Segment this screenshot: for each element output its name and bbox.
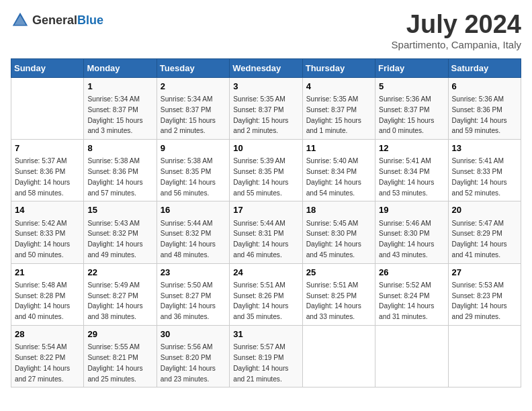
day-number: 25 (306, 267, 371, 279)
day-number: 10 (233, 142, 298, 154)
weekday-header-thursday: Thursday (302, 58, 375, 77)
day-number: 2 (161, 81, 226, 93)
calendar-cell: 10Sunrise: 5:39 AM Sunset: 8:35 PM Dayli… (230, 140, 302, 201)
day-info: Sunrise: 5:44 AM Sunset: 8:31 PM Dayligh… (233, 220, 288, 259)
logo: GeneralBlue (11, 11, 103, 30)
calendar-cell: 18Sunrise: 5:45 AM Sunset: 8:30 PM Dayli… (302, 201, 375, 263)
weekday-header-sunday: Sunday (11, 58, 84, 77)
day-info: Sunrise: 5:46 AM Sunset: 8:30 PM Dayligh… (379, 220, 434, 259)
day-info: Sunrise: 5:38 AM Sunset: 8:36 PM Dayligh… (87, 157, 142, 196)
day-number: 14 (15, 204, 80, 216)
day-number: 9 (161, 142, 226, 154)
day-info: Sunrise: 5:35 AM Sunset: 8:37 PM Dayligh… (233, 95, 288, 134)
day-number: 21 (15, 267, 80, 279)
day-info: Sunrise: 5:56 AM Sunset: 8:20 PM Dayligh… (161, 343, 216, 382)
day-info: Sunrise: 5:38 AM Sunset: 8:35 PM Dayligh… (161, 157, 216, 196)
day-info: Sunrise: 5:57 AM Sunset: 8:19 PM Dayligh… (233, 343, 288, 382)
month-title: July 2024 (392, 11, 521, 39)
weekday-header-monday: Monday (84, 58, 157, 77)
calendar-cell: 8Sunrise: 5:38 AM Sunset: 8:36 PM Daylig… (84, 140, 157, 201)
calendar-cell: 23Sunrise: 5:50 AM Sunset: 8:27 PM Dayli… (157, 263, 229, 325)
day-number: 20 (452, 204, 517, 216)
day-info: Sunrise: 5:37 AM Sunset: 8:36 PM Dayligh… (15, 157, 70, 196)
day-info: Sunrise: 5:36 AM Sunset: 8:37 PM Dayligh… (379, 95, 434, 134)
day-info: Sunrise: 5:43 AM Sunset: 8:32 PM Dayligh… (87, 220, 142, 259)
day-number: 13 (452, 142, 517, 154)
calendar-cell: 15Sunrise: 5:43 AM Sunset: 8:32 PM Dayli… (84, 201, 157, 263)
week-row-1: 1Sunrise: 5:34 AM Sunset: 8:37 PM Daylig… (11, 77, 521, 139)
calendar-cell: 20Sunrise: 5:47 AM Sunset: 8:29 PM Dayli… (448, 201, 521, 263)
calendar-cell: 21Sunrise: 5:48 AM Sunset: 8:28 PM Dayli… (11, 263, 84, 325)
day-info: Sunrise: 5:51 AM Sunset: 8:25 PM Dayligh… (306, 281, 361, 320)
day-number: 4 (306, 81, 371, 93)
day-number: 23 (161, 267, 226, 279)
week-row-4: 21Sunrise: 5:48 AM Sunset: 8:28 PM Dayli… (11, 263, 521, 325)
day-number: 5 (379, 81, 444, 93)
day-info: Sunrise: 5:52 AM Sunset: 8:24 PM Dayligh… (379, 281, 434, 320)
week-row-2: 7Sunrise: 5:37 AM Sunset: 8:36 PM Daylig… (11, 140, 521, 201)
page-header: GeneralBlue July 2024 Spartimento, Campa… (11, 11, 521, 50)
calendar-cell: 9Sunrise: 5:38 AM Sunset: 8:35 PM Daylig… (157, 140, 229, 201)
day-number: 26 (379, 267, 444, 279)
day-number: 24 (233, 267, 298, 279)
day-number: 12 (379, 142, 444, 154)
day-number: 29 (87, 328, 152, 340)
logo-blue: Blue (77, 13, 103, 27)
day-number: 17 (233, 204, 298, 216)
day-number: 22 (87, 267, 152, 279)
weekday-header-friday: Friday (375, 58, 448, 77)
day-info: Sunrise: 5:36 AM Sunset: 8:36 PM Dayligh… (452, 95, 507, 134)
day-number: 18 (306, 204, 371, 216)
day-info: Sunrise: 5:48 AM Sunset: 8:28 PM Dayligh… (15, 281, 70, 320)
day-info: Sunrise: 5:51 AM Sunset: 8:26 PM Dayligh… (233, 281, 288, 320)
day-info: Sunrise: 5:42 AM Sunset: 8:33 PM Dayligh… (15, 220, 70, 259)
calendar-cell: 30Sunrise: 5:56 AM Sunset: 8:20 PM Dayli… (157, 326, 229, 387)
calendar-cell: 17Sunrise: 5:44 AM Sunset: 8:31 PM Dayli… (230, 201, 302, 263)
calendar-cell: 25Sunrise: 5:51 AM Sunset: 8:25 PM Dayli… (302, 263, 375, 325)
calendar-cell: 7Sunrise: 5:37 AM Sunset: 8:36 PM Daylig… (11, 140, 84, 201)
calendar-cell: 4Sunrise: 5:35 AM Sunset: 8:37 PM Daylig… (302, 77, 375, 139)
day-info: Sunrise: 5:39 AM Sunset: 8:35 PM Dayligh… (233, 157, 288, 196)
calendar-cell: 6Sunrise: 5:36 AM Sunset: 8:36 PM Daylig… (448, 77, 521, 139)
calendar-cell: 27Sunrise: 5:53 AM Sunset: 8:23 PM Dayli… (448, 263, 521, 325)
day-info: Sunrise: 5:40 AM Sunset: 8:34 PM Dayligh… (306, 157, 361, 196)
day-number: 16 (161, 204, 226, 216)
calendar-cell: 3Sunrise: 5:35 AM Sunset: 8:37 PM Daylig… (230, 77, 302, 139)
calendar-cell (11, 77, 84, 139)
day-info: Sunrise: 5:35 AM Sunset: 8:37 PM Dayligh… (306, 95, 361, 134)
day-number: 30 (161, 328, 226, 340)
day-info: Sunrise: 5:44 AM Sunset: 8:32 PM Dayligh… (161, 220, 216, 259)
day-number: 11 (306, 142, 371, 154)
day-number: 27 (452, 267, 517, 279)
calendar-cell: 22Sunrise: 5:49 AM Sunset: 8:27 PM Dayli… (84, 263, 157, 325)
logo-icon (11, 11, 30, 30)
calendar-cell (448, 326, 521, 387)
logo-general: General (32, 13, 77, 27)
weekday-header-wednesday: Wednesday (230, 58, 302, 77)
day-info: Sunrise: 5:53 AM Sunset: 8:23 PM Dayligh… (452, 281, 507, 320)
day-info: Sunrise: 5:34 AM Sunset: 8:37 PM Dayligh… (87, 95, 142, 134)
title-block: July 2024 Spartimento, Campania, Italy (392, 11, 521, 50)
weekday-header-saturday: Saturday (448, 58, 521, 77)
week-row-3: 14Sunrise: 5:42 AM Sunset: 8:33 PM Dayli… (11, 201, 521, 263)
calendar-cell (302, 326, 375, 387)
week-row-5: 28Sunrise: 5:54 AM Sunset: 8:22 PM Dayli… (11, 326, 521, 387)
day-number: 28 (15, 328, 80, 340)
calendar-cell: 19Sunrise: 5:46 AM Sunset: 8:30 PM Dayli… (375, 201, 448, 263)
day-number: 19 (379, 204, 444, 216)
day-number: 31 (233, 328, 298, 340)
day-info: Sunrise: 5:49 AM Sunset: 8:27 PM Dayligh… (87, 281, 142, 320)
weekday-header-tuesday: Tuesday (157, 58, 229, 77)
day-info: Sunrise: 5:54 AM Sunset: 8:22 PM Dayligh… (15, 343, 70, 382)
calendar-cell: 11Sunrise: 5:40 AM Sunset: 8:34 PM Dayli… (302, 140, 375, 201)
day-number: 15 (87, 204, 152, 216)
day-info: Sunrise: 5:45 AM Sunset: 8:30 PM Dayligh… (306, 220, 361, 259)
calendar-cell: 16Sunrise: 5:44 AM Sunset: 8:32 PM Dayli… (157, 201, 229, 263)
calendar-cell: 12Sunrise: 5:41 AM Sunset: 8:34 PM Dayli… (375, 140, 448, 201)
day-info: Sunrise: 5:50 AM Sunset: 8:27 PM Dayligh… (161, 281, 216, 320)
day-info: Sunrise: 5:41 AM Sunset: 8:33 PM Dayligh… (452, 157, 507, 196)
calendar-cell: 28Sunrise: 5:54 AM Sunset: 8:22 PM Dayli… (11, 326, 84, 387)
day-number: 6 (452, 81, 517, 93)
calendar-cell: 5Sunrise: 5:36 AM Sunset: 8:37 PM Daylig… (375, 77, 448, 139)
day-info: Sunrise: 5:41 AM Sunset: 8:34 PM Dayligh… (379, 157, 434, 196)
